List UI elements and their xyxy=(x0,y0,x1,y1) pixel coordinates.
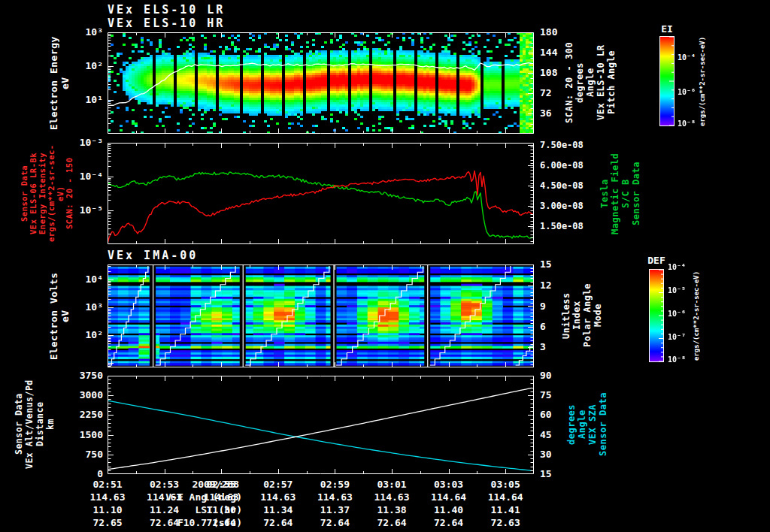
axis-title-line: Mode xyxy=(593,263,603,368)
time-tick-label: 03:05 xyxy=(491,479,520,491)
y-tick-label: 3000 xyxy=(80,389,103,401)
right-tick-label: 72 xyxy=(540,87,552,99)
axis-title-line: Index xyxy=(571,263,582,368)
table-cell: 11.24 xyxy=(150,504,179,516)
right-tick-label: 36 xyxy=(540,107,552,119)
axis-title-line: degrees xyxy=(566,374,577,474)
time-tick-label: 02:51 xyxy=(92,479,122,491)
right-tick-label: 9 xyxy=(540,301,546,313)
right-tick-label: 60 xyxy=(540,409,552,421)
axis-title-line: Sensor Data xyxy=(14,374,24,474)
axis-title-line: ergs/(cm**2-sr-sec-eV) xyxy=(47,141,65,246)
axis-title-line: eV xyxy=(59,264,71,367)
axis-title-line: eV xyxy=(59,32,71,134)
def-colorbar-title: DEF xyxy=(646,255,667,267)
y-tick-label: 3750 xyxy=(80,370,103,382)
panel1-title-line2: VEx ELS-10 HR xyxy=(108,17,225,30)
colorbar-tick-label: 10⁻⁸ xyxy=(668,355,686,364)
table-cell: 114.64 xyxy=(431,491,466,503)
table-cell: 72.64 xyxy=(377,517,406,529)
right-tick-label: 75 xyxy=(540,389,552,401)
y-tick-label: 10³ xyxy=(86,26,103,38)
time-tick-label: 02:53 xyxy=(150,479,179,491)
table-cell: 114.63 xyxy=(90,491,126,503)
right-tick-label: 6 xyxy=(540,321,546,333)
right-tick-label: 7.50e-08 xyxy=(540,139,584,151)
panel1-right-axis-title: Pitch Angle VEx ELS-10 LR Angle degrees … xyxy=(564,30,617,135)
axis-title-line: SCAN: 20 - 150 xyxy=(65,141,74,246)
axis-title-line: Magnetic Field xyxy=(610,141,620,246)
y-tick-label: 10³ xyxy=(86,301,103,313)
panel4-right-axis-title: Sensor Data VEX SZA Angle degrees xyxy=(566,374,608,474)
axis-title-line: km xyxy=(45,374,56,474)
table-cell: 114.64 xyxy=(488,491,523,503)
ei-colorbar-units: ergs/(cm**2-sr-sec-eV) xyxy=(699,32,706,131)
table-cell: 72.64 xyxy=(207,517,236,529)
axis-title-line: Distance xyxy=(35,374,45,474)
time-tick-label: 02:59 xyxy=(320,479,350,491)
table-cell: 72.64 xyxy=(263,517,293,529)
panel4-y-axis-title: Sensor Data VEx Alt/Venus/Pd Distance km xyxy=(14,374,56,474)
colorbar-tick-label: 10⁻⁷ xyxy=(668,333,686,342)
right-tick-label: 3.00e-08 xyxy=(540,200,584,212)
colorbar-tick-label: 10⁻⁴ xyxy=(668,263,686,272)
y-tick-label: 750 xyxy=(86,449,103,461)
right-tick-label: 15 xyxy=(540,258,552,271)
right-tick-label: 30 xyxy=(540,449,552,461)
colorbar-tick-label: 10⁻⁸ xyxy=(678,119,696,128)
y-tick-label: 10⁻⁴ xyxy=(80,171,103,183)
right-tick-label: 3 xyxy=(540,341,546,353)
ima-spectrogram-canvas xyxy=(108,264,534,367)
right-tick-label: 180 xyxy=(540,26,557,38)
axis-title-line: degrees xyxy=(574,30,585,135)
axis-title-line: Pitch Angle xyxy=(606,30,617,135)
axis-title-line: Electron Energy xyxy=(48,32,59,134)
time-tick-label: 02:57 xyxy=(263,479,293,491)
table-cell: 11.10 xyxy=(92,504,122,516)
axis-title-line: Electron Volts xyxy=(48,264,59,367)
table-cell: 114.63 xyxy=(260,491,296,503)
panel1-y-axis-title: Electron Energy eV xyxy=(48,32,71,134)
table-cell: 114.63 xyxy=(374,491,410,503)
panel2-right-axis-title: Sensor Data S/C B Magnetic Field Tesla xyxy=(599,141,641,246)
right-tick-label: 144 xyxy=(540,47,557,59)
date-label: 2009/268 xyxy=(192,479,239,491)
table-cell: 72.64 xyxy=(320,517,350,529)
panel3-right-axis-title: Mode Polar Angle Index Unitless xyxy=(561,263,603,368)
axis-title-line: S/C B xyxy=(620,141,631,246)
colorbar-tick-label: 10⁻⁶ xyxy=(678,88,696,97)
def-colorbar xyxy=(649,269,664,362)
table-cell: 11.34 xyxy=(263,504,293,516)
panel3-title: VEx IMA-00 xyxy=(108,249,198,262)
colorbar-tick-label: 10⁻⁵ xyxy=(668,286,686,295)
axis-title-line: Angle xyxy=(585,30,596,135)
table-cell: 114.63 xyxy=(317,491,353,503)
science-plot-screen: VEx ELS-10 LR VEx ELS-10 HR VEx IMA-00 E… xyxy=(0,0,770,532)
table-cell: 11.38 xyxy=(377,504,406,516)
table-cell: 11.30 xyxy=(207,504,236,516)
panel3-y-axis-title: Electron Volts eV xyxy=(48,264,71,367)
time-tick-label: 03:03 xyxy=(434,479,463,491)
ei-colorbar xyxy=(659,36,675,126)
right-tick-label: 15 xyxy=(540,468,552,480)
table-cell: 72.64 xyxy=(434,517,463,529)
table-cell: 11.41 xyxy=(491,504,520,516)
table-cell: 72.65 xyxy=(92,517,122,529)
right-tick-label: 12 xyxy=(540,280,552,292)
y-tick-label: 10⁻³ xyxy=(80,137,103,149)
axis-title-line: VEx Alt/Venus/Pd xyxy=(24,374,35,474)
altitude-sza-plot-canvas xyxy=(108,376,534,474)
y-tick-label: 10² xyxy=(86,60,103,72)
y-tick-label: 10² xyxy=(86,329,103,341)
panel1-title-line1: VEx ELS-10 LR xyxy=(108,3,225,17)
table-cell: 114.63 xyxy=(204,491,239,503)
table-cell: 72.63 xyxy=(491,517,520,529)
y-tick-label: 2250 xyxy=(80,409,103,421)
right-tick-label: 6.00e-08 xyxy=(540,159,584,171)
table-cell: 72.64 xyxy=(150,517,179,529)
colorbar-tick-label: 10⁻⁶ xyxy=(668,310,686,319)
axis-title-line: Sensor Data xyxy=(631,141,641,246)
axis-title-line: SCAN: 20 - 300 xyxy=(564,30,574,135)
right-tick-label: 4.50e-08 xyxy=(540,180,584,192)
axis-title-line: Polar Angle xyxy=(582,263,593,368)
